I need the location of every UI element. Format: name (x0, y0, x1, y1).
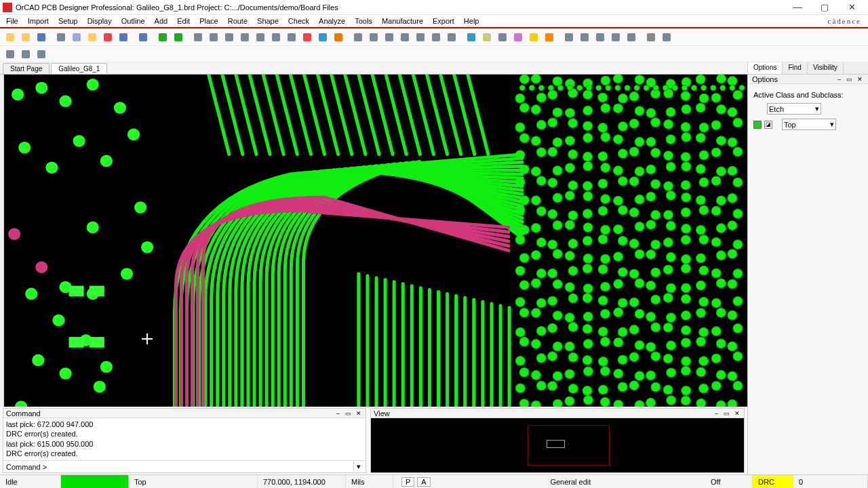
stack2-button[interactable] (366, 30, 381, 45)
status-drc-label[interactable]: DRC (753, 475, 793, 488)
panel-minimize-icon[interactable]: – (835, 75, 844, 83)
svg-point-146 (568, 181, 578, 190)
grid-table-button[interactable] (206, 30, 221, 45)
maximize-button[interactable]: ▢ (811, 0, 838, 15)
svg-point-326 (531, 371, 540, 380)
svg-point-416 (94, 381, 106, 393)
go-button[interactable] (155, 30, 170, 45)
save-button[interactable] (34, 30, 49, 45)
win3-button[interactable] (593, 30, 608, 45)
zoom-sel-button[interactable] (284, 30, 299, 45)
side-tab-options[interactable]: Options (748, 62, 783, 74)
menu-place[interactable]: Place (195, 16, 223, 26)
close-button[interactable]: ✕ (838, 0, 865, 15)
svg-rect-421 (69, 286, 84, 297)
menu-check[interactable]: Check (283, 16, 314, 26)
menu-outline[interactable]: Outline (117, 16, 150, 26)
view-panel: View – ▭ ✕ (370, 408, 745, 473)
command-input[interactable] (50, 463, 353, 470)
stop-button[interactable] (300, 30, 315, 45)
panel-restore-icon[interactable]: ▭ (722, 409, 731, 418)
stack7-button[interactable] (444, 30, 459, 45)
svg-point-165 (646, 192, 656, 201)
3d-button[interactable] (331, 30, 346, 45)
menu-help[interactable]: Help (459, 16, 484, 26)
sun2-button[interactable] (542, 30, 557, 45)
menu-analyze[interactable]: Analyze (314, 16, 350, 26)
grid-list-button[interactable] (191, 30, 205, 45)
svg-point-339 (515, 384, 525, 393)
menu-shape[interactable]: Shape (252, 16, 283, 26)
print-button[interactable] (644, 30, 658, 45)
command-log[interactable]: last pick: 672.000 947.000DRC error(s) c… (3, 418, 366, 460)
status-a-button[interactable]: A (417, 477, 430, 487)
menu-display[interactable]: Display (83, 16, 117, 26)
globe-button[interactable] (464, 30, 479, 45)
zoom-fit-button[interactable] (237, 30, 252, 45)
win1-button[interactable] (561, 30, 576, 45)
refresh-button[interactable] (315, 30, 330, 45)
paste-button[interactable] (85, 30, 100, 45)
side-tab-find[interactable]: Find (783, 62, 807, 74)
panel-close-icon[interactable]: ✕ (732, 409, 741, 418)
menu-manufacture[interactable]: Manufacture (377, 16, 428, 26)
win5-button[interactable] (624, 30, 639, 45)
panel-close-icon[interactable]: ✕ (855, 75, 864, 83)
zoom-area-button[interactable] (269, 30, 283, 45)
active-class-select[interactable]: Etch▾ (767, 103, 821, 115)
minimize-button[interactable]: — (784, 0, 811, 15)
win2-button[interactable] (577, 30, 592, 45)
status-p-button[interactable]: P (401, 477, 414, 487)
stack1-button[interactable] (351, 30, 366, 45)
panel-restore-icon[interactable]: ▭ (845, 75, 854, 83)
svg-point-79 (613, 104, 623, 113)
world-view[interactable] (371, 418, 744, 472)
zoom-in-button[interactable] (222, 30, 237, 45)
side-tab-visibility[interactable]: Visibility (808, 62, 844, 74)
panel-minimize-icon[interactable]: – (334, 409, 342, 418)
zoom-out-button[interactable] (253, 30, 268, 45)
menu-add[interactable]: Add (150, 16, 173, 26)
menu-route[interactable]: Route (223, 16, 252, 26)
undo-button[interactable] (116, 30, 131, 45)
sun-button[interactable] (526, 30, 541, 45)
svg-point-300 (565, 342, 574, 351)
pin-button[interactable] (171, 30, 186, 45)
panel-minimize-icon[interactable]: – (712, 409, 721, 418)
redo-button[interactable] (136, 30, 151, 45)
hand-button[interactable] (54, 30, 68, 45)
histogram-button[interactable] (18, 47, 33, 62)
subclass-color-swatch[interactable] (753, 121, 762, 129)
box-button[interactable] (495, 30, 510, 45)
stack4-button[interactable] (397, 30, 412, 45)
menu-setup[interactable]: Setup (54, 16, 83, 26)
active-subclass-select[interactable]: Top▾ (782, 119, 836, 130)
delete-button[interactable] (100, 30, 115, 45)
command-history-dropdown-icon[interactable]: ▾ (353, 462, 363, 471)
stack5-button[interactable] (413, 30, 428, 45)
menu-edit[interactable]: Edit (172, 16, 195, 26)
doc-tab[interactable]: Start Page (3, 63, 50, 74)
svg-point-383 (672, 85, 677, 91)
panel-close-icon[interactable]: ✕ (354, 409, 363, 418)
measure-button[interactable] (3, 47, 18, 62)
viewport-rect[interactable] (547, 440, 565, 448)
menu-tools[interactable]: Tools (350, 16, 377, 26)
stack3-button[interactable] (382, 30, 397, 45)
gears-button[interactable] (479, 30, 494, 45)
align-button[interactable] (34, 47, 49, 62)
new-button[interactable] (3, 30, 18, 45)
win4-button[interactable] (608, 30, 623, 45)
menu-file[interactable]: File (1, 16, 23, 26)
pcb-canvas[interactable] (4, 75, 747, 407)
printopt-button[interactable] (659, 30, 674, 45)
menu-export[interactable]: Export (428, 16, 459, 26)
menu-import[interactable]: Import (23, 16, 54, 26)
subclass-visibility-toggle[interactable]: ◪ (764, 121, 772, 129)
wand-button[interactable] (511, 30, 526, 45)
open-button[interactable] (18, 30, 33, 45)
copy-button[interactable] (69, 30, 84, 45)
stack6-button[interactable] (429, 30, 443, 45)
doc-tab[interactable]: Galileo_G8_1 (51, 63, 107, 74)
panel-restore-icon[interactable]: ▭ (344, 409, 353, 418)
